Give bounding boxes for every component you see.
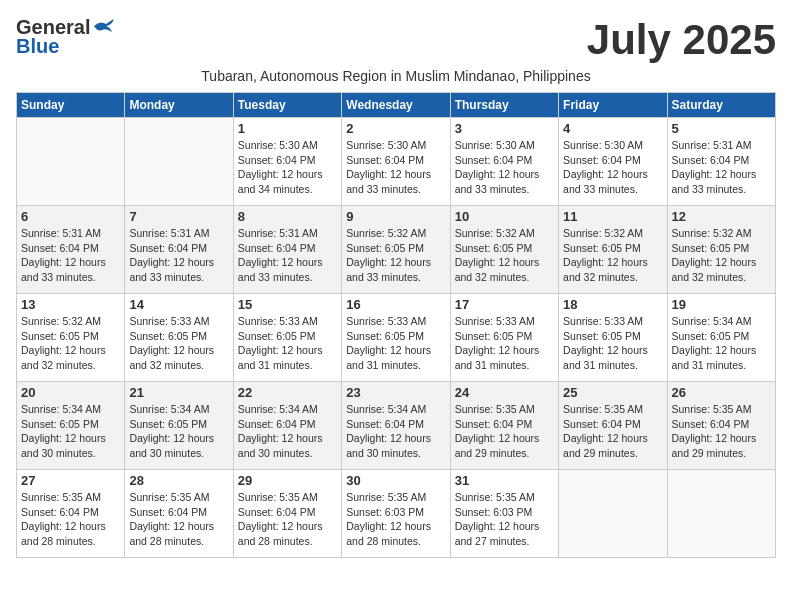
calendar-header-row: SundayMondayTuesdayWednesdayThursdayFrid… xyxy=(17,93,776,118)
day-info: Sunrise: 5:34 AM Sunset: 6:05 PM Dayligh… xyxy=(672,314,771,373)
day-number: 15 xyxy=(238,297,337,312)
day-info: Sunrise: 5:32 AM Sunset: 6:05 PM Dayligh… xyxy=(563,226,662,285)
day-info: Sunrise: 5:30 AM Sunset: 6:04 PM Dayligh… xyxy=(238,138,337,197)
weekday-header-saturday: Saturday xyxy=(667,93,775,118)
weekday-header-monday: Monday xyxy=(125,93,233,118)
calendar-cell: 14Sunrise: 5:33 AM Sunset: 6:05 PM Dayli… xyxy=(125,294,233,382)
day-info: Sunrise: 5:30 AM Sunset: 6:04 PM Dayligh… xyxy=(455,138,554,197)
day-info: Sunrise: 5:32 AM Sunset: 6:05 PM Dayligh… xyxy=(346,226,445,285)
calendar-cell: 1Sunrise: 5:30 AM Sunset: 6:04 PM Daylig… xyxy=(233,118,341,206)
calendar-cell: 16Sunrise: 5:33 AM Sunset: 6:05 PM Dayli… xyxy=(342,294,450,382)
day-info: Sunrise: 5:32 AM Sunset: 6:05 PM Dayligh… xyxy=(672,226,771,285)
day-info: Sunrise: 5:35 AM Sunset: 6:04 PM Dayligh… xyxy=(129,490,228,549)
calendar-week-1: 1Sunrise: 5:30 AM Sunset: 6:04 PM Daylig… xyxy=(17,118,776,206)
calendar-cell: 29Sunrise: 5:35 AM Sunset: 6:04 PM Dayli… xyxy=(233,470,341,558)
calendar-cell: 13Sunrise: 5:32 AM Sunset: 6:05 PM Dayli… xyxy=(17,294,125,382)
calendar-cell: 8Sunrise: 5:31 AM Sunset: 6:04 PM Daylig… xyxy=(233,206,341,294)
calendar-cell: 27Sunrise: 5:35 AM Sunset: 6:04 PM Dayli… xyxy=(17,470,125,558)
day-number: 9 xyxy=(346,209,445,224)
day-info: Sunrise: 5:35 AM Sunset: 6:04 PM Dayligh… xyxy=(238,490,337,549)
calendar-cell xyxy=(125,118,233,206)
weekday-header-friday: Friday xyxy=(559,93,667,118)
day-info: Sunrise: 5:33 AM Sunset: 6:05 PM Dayligh… xyxy=(238,314,337,373)
day-info: Sunrise: 5:30 AM Sunset: 6:04 PM Dayligh… xyxy=(346,138,445,197)
day-info: Sunrise: 5:31 AM Sunset: 6:04 PM Dayligh… xyxy=(672,138,771,197)
calendar-cell: 2Sunrise: 5:30 AM Sunset: 6:04 PM Daylig… xyxy=(342,118,450,206)
day-number: 26 xyxy=(672,385,771,400)
weekday-header-sunday: Sunday xyxy=(17,93,125,118)
calendar-cell: 3Sunrise: 5:30 AM Sunset: 6:04 PM Daylig… xyxy=(450,118,558,206)
day-number: 3 xyxy=(455,121,554,136)
weekday-header-thursday: Thursday xyxy=(450,93,558,118)
day-number: 11 xyxy=(563,209,662,224)
calendar-cell: 31Sunrise: 5:35 AM Sunset: 6:03 PM Dayli… xyxy=(450,470,558,558)
day-number: 14 xyxy=(129,297,228,312)
calendar-cell: 22Sunrise: 5:34 AM Sunset: 6:04 PM Dayli… xyxy=(233,382,341,470)
calendar-cell: 15Sunrise: 5:33 AM Sunset: 6:05 PM Dayli… xyxy=(233,294,341,382)
day-number: 25 xyxy=(563,385,662,400)
day-info: Sunrise: 5:34 AM Sunset: 6:04 PM Dayligh… xyxy=(238,402,337,461)
calendar-cell: 17Sunrise: 5:33 AM Sunset: 6:05 PM Dayli… xyxy=(450,294,558,382)
weekday-header-wednesday: Wednesday xyxy=(342,93,450,118)
day-number: 16 xyxy=(346,297,445,312)
day-info: Sunrise: 5:33 AM Sunset: 6:05 PM Dayligh… xyxy=(563,314,662,373)
logo-bird-icon xyxy=(92,18,114,34)
day-number: 21 xyxy=(129,385,228,400)
day-number: 2 xyxy=(346,121,445,136)
calendar-cell: 21Sunrise: 5:34 AM Sunset: 6:05 PM Dayli… xyxy=(125,382,233,470)
day-info: Sunrise: 5:31 AM Sunset: 6:04 PM Dayligh… xyxy=(21,226,120,285)
calendar-cell: 23Sunrise: 5:34 AM Sunset: 6:04 PM Dayli… xyxy=(342,382,450,470)
day-info: Sunrise: 5:31 AM Sunset: 6:04 PM Dayligh… xyxy=(129,226,228,285)
day-number: 22 xyxy=(238,385,337,400)
day-number: 27 xyxy=(21,473,120,488)
day-number: 7 xyxy=(129,209,228,224)
day-number: 18 xyxy=(563,297,662,312)
calendar-cell xyxy=(667,470,775,558)
subtitle: Tubaran, Autonomous Region in Muslim Min… xyxy=(16,68,776,84)
calendar-week-3: 13Sunrise: 5:32 AM Sunset: 6:05 PM Dayli… xyxy=(17,294,776,382)
day-info: Sunrise: 5:34 AM Sunset: 6:05 PM Dayligh… xyxy=(129,402,228,461)
day-info: Sunrise: 5:33 AM Sunset: 6:05 PM Dayligh… xyxy=(346,314,445,373)
weekday-header-tuesday: Tuesday xyxy=(233,93,341,118)
day-number: 13 xyxy=(21,297,120,312)
day-info: Sunrise: 5:35 AM Sunset: 6:03 PM Dayligh… xyxy=(346,490,445,549)
calendar-cell: 24Sunrise: 5:35 AM Sunset: 6:04 PM Dayli… xyxy=(450,382,558,470)
calendar-week-2: 6Sunrise: 5:31 AM Sunset: 6:04 PM Daylig… xyxy=(17,206,776,294)
calendar-body: 1Sunrise: 5:30 AM Sunset: 6:04 PM Daylig… xyxy=(17,118,776,558)
calendar-cell xyxy=(559,470,667,558)
day-info: Sunrise: 5:35 AM Sunset: 6:04 PM Dayligh… xyxy=(672,402,771,461)
calendar-cell: 30Sunrise: 5:35 AM Sunset: 6:03 PM Dayli… xyxy=(342,470,450,558)
day-info: Sunrise: 5:32 AM Sunset: 6:05 PM Dayligh… xyxy=(21,314,120,373)
logo: General Blue xyxy=(16,16,114,58)
day-number: 24 xyxy=(455,385,554,400)
day-info: Sunrise: 5:32 AM Sunset: 6:05 PM Dayligh… xyxy=(455,226,554,285)
day-number: 30 xyxy=(346,473,445,488)
calendar-cell: 5Sunrise: 5:31 AM Sunset: 6:04 PM Daylig… xyxy=(667,118,775,206)
calendar-cell: 20Sunrise: 5:34 AM Sunset: 6:05 PM Dayli… xyxy=(17,382,125,470)
day-info: Sunrise: 5:33 AM Sunset: 6:05 PM Dayligh… xyxy=(455,314,554,373)
day-number: 29 xyxy=(238,473,337,488)
day-number: 17 xyxy=(455,297,554,312)
day-number: 1 xyxy=(238,121,337,136)
calendar-cell: 11Sunrise: 5:32 AM Sunset: 6:05 PM Dayli… xyxy=(559,206,667,294)
day-number: 4 xyxy=(563,121,662,136)
day-info: Sunrise: 5:34 AM Sunset: 6:05 PM Dayligh… xyxy=(21,402,120,461)
calendar-cell xyxy=(17,118,125,206)
day-number: 8 xyxy=(238,209,337,224)
day-info: Sunrise: 5:35 AM Sunset: 6:04 PM Dayligh… xyxy=(563,402,662,461)
day-info: Sunrise: 5:35 AM Sunset: 6:03 PM Dayligh… xyxy=(455,490,554,549)
day-number: 20 xyxy=(21,385,120,400)
day-info: Sunrise: 5:35 AM Sunset: 6:04 PM Dayligh… xyxy=(21,490,120,549)
day-info: Sunrise: 5:30 AM Sunset: 6:04 PM Dayligh… xyxy=(563,138,662,197)
calendar-cell: 4Sunrise: 5:30 AM Sunset: 6:04 PM Daylig… xyxy=(559,118,667,206)
day-info: Sunrise: 5:34 AM Sunset: 6:04 PM Dayligh… xyxy=(346,402,445,461)
calendar-table: SundayMondayTuesdayWednesdayThursdayFrid… xyxy=(16,92,776,558)
day-number: 31 xyxy=(455,473,554,488)
calendar-week-4: 20Sunrise: 5:34 AM Sunset: 6:05 PM Dayli… xyxy=(17,382,776,470)
calendar-cell: 26Sunrise: 5:35 AM Sunset: 6:04 PM Dayli… xyxy=(667,382,775,470)
day-number: 12 xyxy=(672,209,771,224)
day-number: 28 xyxy=(129,473,228,488)
calendar-cell: 19Sunrise: 5:34 AM Sunset: 6:05 PM Dayli… xyxy=(667,294,775,382)
header: General Blue July 2025 xyxy=(16,16,776,64)
day-number: 5 xyxy=(672,121,771,136)
